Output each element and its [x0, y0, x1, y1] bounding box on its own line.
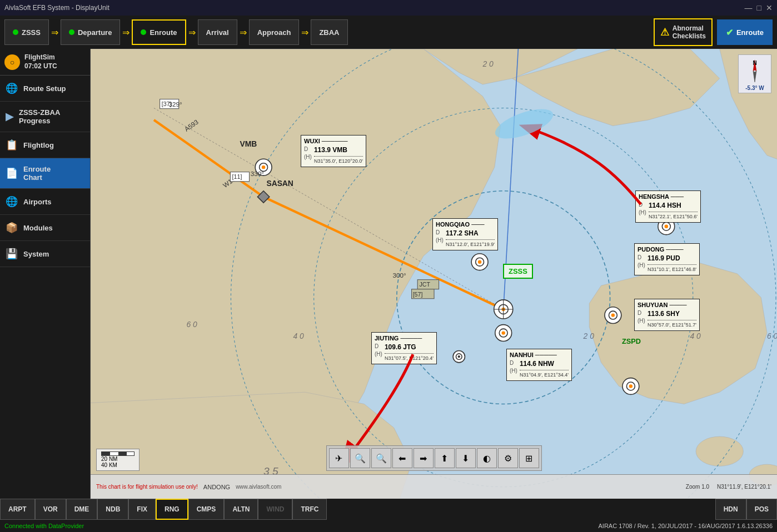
approach-label: Approach: [257, 28, 291, 37]
arrow-3: ⇒: [188, 27, 196, 38]
tab-vor[interactable]: VOR: [35, 499, 66, 520]
tab-altn[interactable]: ALTN: [224, 499, 258, 520]
close-button[interactable]: ✕: [766, 3, 773, 12]
svg-text:4 0: 4 0: [293, 332, 304, 340]
shuyuan-freq: 113.6 SHY: [648, 309, 696, 319]
tab-pos[interactable]: POS: [746, 499, 777, 520]
minimize-button[interactable]: —: [745, 3, 753, 12]
sidebar-item-enroute-chart[interactable]: 📄 EnrouteChart: [0, 158, 90, 189]
departure-nav-button[interactable]: Departure: [61, 19, 120, 45]
nanhui-title: NANHUI ─────: [510, 351, 569, 359]
modules-label: Modules: [23, 224, 53, 232]
svg-text:330°: 330°: [251, 170, 264, 177]
zoom-label: Zoom 1.0: [686, 484, 709, 490]
toolbar-settings-button[interactable]: ⚙: [498, 448, 518, 468]
clock-icon: ○: [4, 54, 20, 70]
chart-tabs: ARPT VOR DME NDB FIX RNG CMPS ALTN WIND …: [0, 499, 777, 520]
globe-icon-route: 🌐: [6, 82, 18, 94]
tab-rng[interactable]: RNG: [156, 499, 188, 520]
pudong-type: D(H): [637, 254, 645, 269]
pudong-freq: 116.9 PUD: [648, 254, 696, 263]
sidebar-item-modules[interactable]: 📦 Modules: [0, 215, 90, 241]
toolbar-zoom-in-button[interactable]: 🔍: [350, 448, 370, 468]
shuyuan-type: D(H): [637, 309, 645, 325]
toolbar-day-night-button[interactable]: ◐: [477, 448, 497, 468]
enroute-chart-label: EnrouteChart: [23, 165, 51, 182]
chart-tabs-right: HDN POS: [715, 499, 777, 520]
navaid-shuyuan: SHUYUAN ──── D(H) 113.6 SHY N30°57.0', E…: [634, 299, 700, 331]
approach-nav-button[interactable]: Approach: [249, 19, 300, 45]
zbaa-label: ZBAA: [319, 28, 339, 37]
play-icon: ▶: [6, 111, 13, 123]
tab-cmps[interactable]: CMPS: [188, 499, 225, 520]
hengsha-title: HENGSHA ───: [639, 193, 698, 201]
status-right: AIRAC 1708 / Rev. 1, 20/JUL/2017 - 16/AU…: [599, 523, 773, 529]
warning-icon: ⚠: [660, 26, 669, 38]
declination-label: -5.3° W: [745, 85, 764, 91]
map-toolbar: ✈ 🔍 🔍 ⬅ ➡ ⬆ ⬇ ◐ ⚙ ⊞: [326, 445, 542, 471]
toolbar-grid-button[interactable]: ⊞: [519, 448, 539, 468]
modules-icon: 📦: [6, 222, 18, 234]
map-area[interactable]: 6 0 4 0 2 0 2 0 4 0 6 0 2 0 2 0 4 0 6 0 …: [91, 49, 777, 499]
sidebar: ○ FlightSim 07:02 UTC 🌐 Route Setup ▶ ZS…: [0, 49, 91, 499]
svg-point-51: [262, 165, 265, 169]
hongqiao-title: HONGQIAO ───: [436, 220, 495, 229]
svg-text:300°: 300°: [392, 272, 406, 279]
arrow-4: ⇒: [240, 27, 247, 38]
sidebar-item-route-setup[interactable]: 🌐 Route Setup: [0, 76, 90, 102]
titlebar-title: AivlaSoft EFB System - DisplayUnit: [4, 4, 109, 12]
system-label: System: [23, 250, 49, 258]
toolbar-pan-right-button[interactable]: ➡: [414, 448, 434, 468]
sidebar-item-airports[interactable]: 🌐 Airports: [0, 189, 90, 215]
tab-hdn[interactable]: HDN: [715, 499, 746, 520]
toolbar-pan-left-button[interactable]: ⬅: [392, 448, 412, 468]
tab-dme[interactable]: DME: [66, 499, 98, 520]
system-icon: 💾: [6, 248, 18, 260]
tab-ndb[interactable]: NDB: [97, 499, 128, 520]
arrival-label: Arrival: [206, 28, 229, 37]
maximize-button[interactable]: □: [757, 3, 761, 12]
north-indicator: N -5.3° W: [738, 54, 771, 93]
airports-icon: 🌐: [6, 195, 18, 208]
content-area: ○ FlightSim 07:02 UTC 🌐 Route Setup ▶ ZS…: [0, 49, 777, 499]
svg-marker-69: [753, 71, 756, 82]
sidebar-item-progress[interactable]: ▶ ZSSS-ZBAAProgress: [0, 102, 90, 132]
titlebar-controls[interactable]: — □ ✕: [745, 3, 773, 12]
nanhui-type: D(H): [510, 359, 517, 375]
svg-point-39: [458, 355, 460, 358]
jiuting-type: D(H): [375, 343, 382, 358]
utc-time: 07:02 UTC: [24, 62, 57, 71]
titlebar: AivlaSoft EFB System - DisplayUnit — □ ✕: [0, 0, 777, 16]
hengsha-freq: 114.4 HSH: [649, 201, 698, 210]
svg-text:VMB: VMB: [240, 139, 257, 148]
enroute-active-label: Enroute: [736, 28, 764, 37]
hongqiao-coords: N31°12.0', E121°19.9': [446, 241, 495, 248]
svg-text:2 0: 2 0: [583, 332, 595, 340]
enroute-active-button[interactable]: ✔ Enroute: [717, 19, 773, 45]
tab-arpt[interactable]: ARPT: [0, 499, 35, 520]
zsss-status-dot: [13, 29, 18, 35]
tab-trfc[interactable]: TRFC: [292, 499, 327, 520]
svg-text:2 0: 2 0: [482, 59, 494, 68]
sidebar-item-system[interactable]: 💾 System: [0, 241, 90, 267]
wuxi-coords: N31°35.0', E120°20.0': [314, 158, 363, 165]
zbaa-nav-button[interactable]: ZBAA: [311, 19, 347, 45]
navaid-nanhui: NANHUI ───── D(H) 114.6 NHW N31°04.9', E…: [506, 349, 572, 381]
pudong-title: PUDONG ────: [637, 245, 696, 254]
toolbar-pan-down-button[interactable]: ⬇: [456, 448, 476, 468]
toolbar-aircraft-button[interactable]: ✈: [329, 448, 349, 468]
scale-nm: 20 NM: [101, 456, 135, 462]
route-setup-label: Route Setup: [23, 84, 66, 93]
tab-wind[interactable]: WIND: [258, 499, 292, 520]
toolbar-pan-up-button[interactable]: ⬆: [435, 448, 455, 468]
abnormal-checklists-button[interactable]: ⚠ AbnormalChecklists: [654, 18, 713, 46]
disclaimer-text: This chart is for flight simulation use …: [96, 484, 198, 490]
zsss-nav-button[interactable]: ZSSS: [4, 19, 49, 45]
navaid-hengsha: HENGSHA ─── D(H) 114.4 HSH N31°22.1', E1…: [635, 190, 701, 223]
toolbar-zoom-out-button[interactable]: 🔍: [371, 448, 391, 468]
enroute-nav-button[interactable]: Enroute: [132, 19, 186, 45]
sidebar-item-flightlog[interactable]: 📋 Flightlog: [0, 132, 90, 158]
arrival-nav-button[interactable]: Arrival: [198, 19, 237, 45]
tab-fix[interactable]: FIX: [128, 499, 156, 520]
andong-label: ANDONG: [203, 484, 230, 490]
